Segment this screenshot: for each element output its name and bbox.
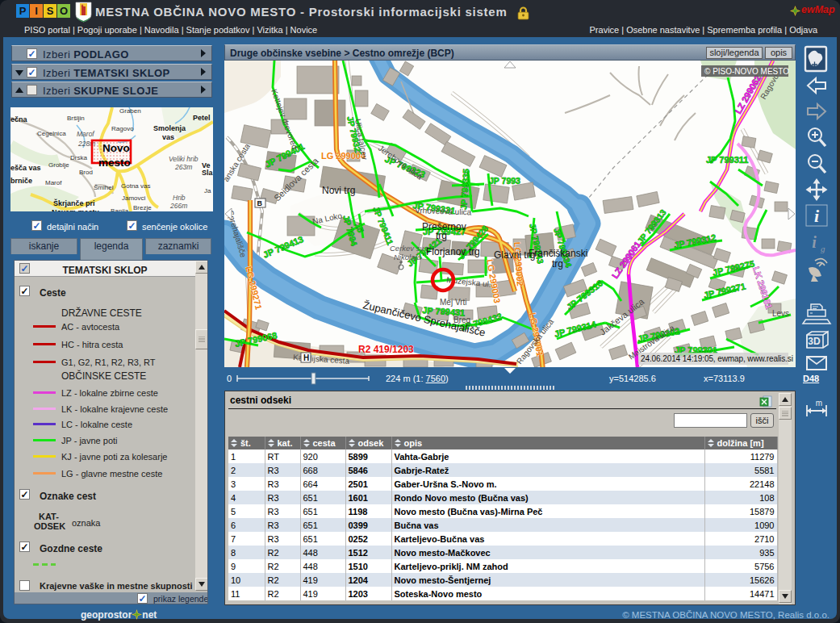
svg-text:mesto: mesto [98,157,131,169]
svg-text:Brezje: Brezje [133,204,152,211]
svg-text:trg: trg [552,258,563,270]
svg-text:Novo: Novo [102,142,130,154]
svg-text:Jamovci: Jamovci [122,194,146,202]
svg-text:B: B [257,199,263,207]
svg-text:g: g [821,244,825,253]
svg-text:H: H [303,353,309,362]
svg-text:Florjanov trg: Florjanov trg [426,246,480,257]
svg-text:Frančiškanski: Frančiškanski [529,248,587,259]
svg-text:ešča vas: ešča vas [10,164,41,172]
svg-text:Drska: Drska [70,154,87,161]
svg-text:i: i [814,206,820,226]
svg-text:Mej Vrti: Mej Vrti [440,298,467,307]
svg-text:263m: 263m [174,163,192,171]
svg-text:Novi trg: Novi trg [322,185,355,196]
svg-text:Nikolaja: Nikolaja [394,253,421,261]
svg-text:Banija: Banija [111,207,129,211]
svg-text:Sla: Sla [202,169,213,177]
svg-text:brniče: brniče [10,177,32,185]
svg-text:Bršljin: Bršljin [67,115,85,122]
svg-text:R2 419/1203: R2 419/1203 [358,344,414,355]
svg-text:Ja: Ja [204,187,211,194]
svg-text:JP 799311: JP 799311 [706,155,748,165]
svg-text:Graben: Graben [119,107,141,115]
svg-text:Šmihel: Šmihel [94,184,114,191]
svg-text:266m: 266m [169,202,187,210]
svg-text:Hrib: Hrib [173,194,186,202]
svg-text:Petel: Petel [193,114,211,122]
svg-text:m: m [816,399,822,408]
svg-text:3D: 3D [808,336,821,347]
svg-text:Marof: Marof [45,179,62,186]
svg-text:© PISO-NOVO MESTO: © PISO-NOVO MESTO [704,67,789,76]
svg-text:Novem mestu: Novem mestu [52,208,99,211]
svg-text:Cegelnica: Cegelnica [37,130,66,137]
svg-text:Veliki hrib: Veliki hrib [169,155,199,163]
svg-text:trg: trg [436,230,447,241]
svg-text:Brod: Brod [79,169,93,176]
svg-text:24.06.2014 14:19:05, ewmap, ww: 24.06.2014 14:19:05, ewmap, www.realis.s… [641,354,793,363]
svg-text:Marof: Marof [77,130,95,138]
svg-text:JP 7993: JP 7993 [489,176,520,186]
svg-text:Gotna vas: Gotna vas [121,182,150,190]
svg-text:vas: vas [162,133,174,141]
svg-text:Groblje: Groblje [48,161,69,169]
svg-text:Smolenja: Smolenja [153,124,186,132]
svg-text:ečna: ečna [10,115,28,123]
svg-text:Ragovo: Ragovo [111,125,134,132]
svg-text:i: i [812,233,817,251]
svg-text:Cerkev sv.: Cerkev sv. [390,244,425,253]
svg-text:Škrjanče pri: Škrjanče pri [53,199,95,207]
svg-text:Levs: Levs [772,309,789,318]
